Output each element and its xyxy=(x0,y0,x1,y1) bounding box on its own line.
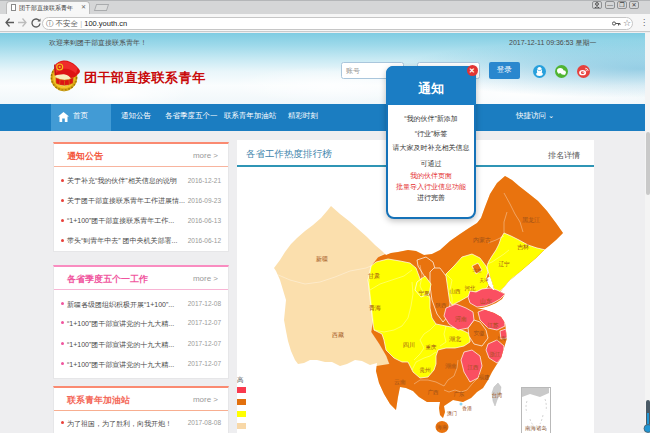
svg-text:吉林: 吉林 xyxy=(517,244,530,251)
svg-text:澳门: 澳门 xyxy=(447,410,457,417)
svg-text:天津: 天津 xyxy=(480,278,490,283)
svg-text:云南: 云南 xyxy=(394,379,406,385)
svg-text:江苏: 江苏 xyxy=(488,322,500,329)
svg-text:西藏: 西藏 xyxy=(332,332,344,339)
svg-text:湖北: 湖北 xyxy=(449,335,461,343)
svg-text:福建: 福建 xyxy=(479,374,491,381)
svg-text:四川: 四川 xyxy=(403,342,415,349)
svg-text:高: 高 xyxy=(237,376,244,383)
svg-text:山西: 山西 xyxy=(450,288,462,295)
svg-text:浙江: 浙江 xyxy=(490,351,502,358)
svg-text:北京: 北京 xyxy=(473,268,483,273)
svg-text:台湾: 台湾 xyxy=(492,392,504,399)
svg-text:广西: 广西 xyxy=(428,389,440,396)
svg-text:河南: 河南 xyxy=(455,316,467,322)
svg-text:甘肃: 甘肃 xyxy=(368,273,380,279)
svg-text:河北: 河北 xyxy=(465,285,477,292)
svg-text:山东: 山东 xyxy=(480,297,492,304)
svg-text:陕西: 陕西 xyxy=(436,302,448,309)
svg-text:江西: 江西 xyxy=(468,364,480,371)
svg-text:湖南: 湖南 xyxy=(445,363,457,369)
svg-text:贵州: 贵州 xyxy=(420,367,432,373)
svg-text:宁夏: 宁夏 xyxy=(419,290,431,297)
svg-text:香港: 香港 xyxy=(462,405,472,412)
svg-text:海南: 海南 xyxy=(437,424,449,431)
svg-text:青海: 青海 xyxy=(369,305,381,311)
svg-text:南海诸岛: 南海诸岛 xyxy=(525,425,547,432)
svg-text:新疆: 新疆 xyxy=(316,255,328,263)
svg-text:上海: 上海 xyxy=(496,335,506,342)
svg-text:广东: 广东 xyxy=(454,391,466,397)
svg-text:辽宁: 辽宁 xyxy=(499,260,511,267)
svg-text:安徽: 安徽 xyxy=(474,330,486,337)
svg-text:黑龙江: 黑龙江 xyxy=(522,217,540,223)
svg-text:内蒙古: 内蒙古 xyxy=(473,237,491,244)
svg-text:重庆: 重庆 xyxy=(426,344,438,350)
